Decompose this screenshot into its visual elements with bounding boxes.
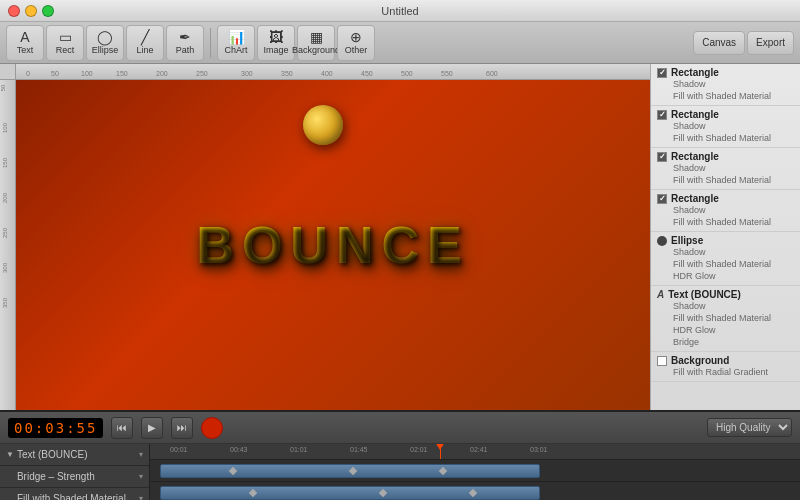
quality-select[interactable]: High Quality bbox=[707, 418, 792, 437]
background-label: Background bbox=[671, 355, 729, 366]
text-bounce-label: Text (BOUNCE) bbox=[668, 289, 741, 300]
playhead-triangle bbox=[435, 444, 445, 450]
video-canvas: BOUNCE bbox=[16, 80, 650, 410]
tool-image[interactable]: 🖼 Image bbox=[257, 25, 295, 61]
tool-ellipse-label: Ellipse bbox=[92, 45, 119, 55]
toolbar-right: Canvas Export bbox=[693, 31, 794, 55]
tool-line[interactable]: ╱ Line bbox=[126, 25, 164, 61]
timeline-tracks: ▼ Text (BOUNCE) ▾ ▼ Bridge – Strength ▾ … bbox=[0, 444, 800, 500]
rectangle-2-checkbox[interactable]: ✓ bbox=[657, 110, 667, 120]
rectangle-1-checkbox[interactable]: ✓ bbox=[657, 68, 667, 78]
fast-forward-button[interactable]: ⏭ bbox=[171, 417, 193, 439]
rect-icon: ▭ bbox=[59, 30, 72, 44]
timeline-area: 00:03:55 ⏮ ▶ ⏭ High Quality ▼ Text (BOUN… bbox=[0, 410, 800, 500]
rectangle-4-checkbox[interactable]: ✓ bbox=[657, 194, 667, 204]
window-controls[interactable] bbox=[8, 5, 54, 17]
canvas-area[interactable]: 0 50 100 150 200 250 300 350 400 450 500… bbox=[0, 64, 650, 410]
track-labels: ▼ Text (BOUNCE) ▾ ▼ Bridge – Strength ▾ … bbox=[0, 444, 150, 500]
track-label-2[interactable]: ▼ Fill with Shaded Material – Rotation ▾ bbox=[0, 488, 149, 500]
text-bounce-bridge: Bridge bbox=[657, 336, 794, 348]
toolbar-separator bbox=[210, 28, 211, 58]
bounce-text: BOUNCE bbox=[196, 215, 469, 275]
tool-rect[interactable]: ▭ Rect bbox=[46, 25, 84, 61]
timeline-row-1 bbox=[150, 482, 800, 500]
ruler-corner bbox=[0, 64, 16, 80]
panel-ellipse[interactable]: Ellipse Shadow Fill with Shaded Material… bbox=[651, 232, 800, 286]
rectangle-3-label: Rectangle bbox=[671, 151, 719, 162]
text-icon: A bbox=[20, 30, 29, 44]
tool-text[interactable]: A Text bbox=[6, 25, 44, 61]
track-label-1[interactable]: ▼ Bridge – Strength ▾ bbox=[0, 466, 149, 488]
rectangle-2-shadow: Shadow bbox=[657, 120, 794, 132]
tool-rect-label: Rect bbox=[56, 45, 75, 55]
text-bounce-shadow: Shadow bbox=[657, 300, 794, 312]
timeline-ruler: 00:01 00:43 01:01 01:45 02:01 02:41 03:0… bbox=[150, 444, 800, 460]
chart-icon: 📊 bbox=[228, 30, 245, 44]
export-button[interactable]: Export bbox=[747, 31, 794, 55]
track-name-0: Text (BOUNCE) bbox=[17, 449, 136, 460]
timeline-row-0 bbox=[150, 460, 800, 482]
canvas-button[interactable]: Canvas bbox=[693, 31, 745, 55]
timeline-bar-1 bbox=[160, 486, 540, 500]
rectangle-1-label: Rectangle bbox=[671, 67, 719, 78]
playhead[interactable] bbox=[440, 444, 441, 459]
ellipse-fill: Fill with Shaded Material bbox=[657, 258, 794, 270]
track-dd-2: ▾ bbox=[139, 494, 143, 500]
tool-ellipse[interactable]: ◯ Ellipse bbox=[86, 25, 124, 61]
main-area: 0 50 100 150 200 250 300 350 400 450 500… bbox=[0, 64, 800, 410]
rectangle-4-fill: Fill with Shaded Material bbox=[657, 216, 794, 228]
ruler-left: 50 100 150 200 250 300 350 bbox=[0, 80, 16, 410]
ellipse-hdr: HDR Glow bbox=[657, 270, 794, 282]
rectangle-4-label: Rectangle bbox=[671, 193, 719, 204]
rectangle-3-shadow: Shadow bbox=[657, 162, 794, 174]
tool-chart[interactable]: 📊 ChArt bbox=[217, 25, 255, 61]
panel-rectangle-4[interactable]: ✓ Rectangle Shadow Fill with Shaded Mate… bbox=[651, 190, 800, 232]
background-checkbox[interactable] bbox=[657, 356, 667, 366]
background-fill: Fill with Radial Gradient bbox=[657, 366, 794, 378]
ellipse-label: Ellipse bbox=[671, 235, 703, 246]
minimize-button[interactable] bbox=[25, 5, 37, 17]
panel-background[interactable]: Background Fill with Radial Gradient bbox=[651, 352, 800, 382]
toolbar: A Text ▭ Rect ◯ Ellipse ╱ Line ✒ Path 📊 … bbox=[0, 22, 800, 64]
rectangle-2-fill: Fill with Shaded Material bbox=[657, 132, 794, 144]
tool-path[interactable]: ✒ Path bbox=[166, 25, 204, 61]
rectangle-1-fill: Fill with Shaded Material bbox=[657, 90, 794, 102]
play-button[interactable]: ▶ bbox=[141, 417, 163, 439]
panel-rectangle-1[interactable]: ✓ Rectangle Shadow Fill with Shaded Mate… bbox=[651, 64, 800, 106]
ruler-top: 0 50 100 150 200 250 300 350 400 450 500… bbox=[16, 64, 650, 80]
line-icon: ╱ bbox=[141, 30, 149, 44]
text-marker-icon: A bbox=[657, 289, 664, 300]
title-bar: Untitled bbox=[0, 0, 800, 22]
track-dd-1: ▾ bbox=[139, 472, 143, 481]
close-button[interactable] bbox=[8, 5, 20, 17]
canvas-wrapper[interactable]: BOUNCE bbox=[16, 80, 650, 410]
ellipse-icon: ◯ bbox=[97, 30, 113, 44]
tool-background[interactable]: ▦ Background bbox=[297, 25, 335, 61]
ellipse-circle-icon bbox=[657, 236, 667, 246]
text-bounce-fill: Fill with Shaded Material bbox=[657, 312, 794, 324]
track-name-1: Bridge – Strength bbox=[17, 471, 136, 482]
track-timeline[interactable]: 00:01 00:43 01:01 01:45 02:01 02:41 03:0… bbox=[150, 444, 800, 500]
track-label-0[interactable]: ▼ Text (BOUNCE) ▾ bbox=[0, 444, 149, 466]
tool-other-label: Other bbox=[345, 45, 368, 55]
tool-other[interactable]: ⊕ Other bbox=[337, 25, 375, 61]
image-icon: 🖼 bbox=[269, 30, 283, 44]
rewind-button[interactable]: ⏮ bbox=[111, 417, 133, 439]
tool-background-label: Background bbox=[292, 45, 340, 55]
tool-line-label: Line bbox=[136, 45, 153, 55]
panel-text-bounce[interactable]: A Text (BOUNCE) Shadow Fill with Shaded … bbox=[651, 286, 800, 352]
timeline-controls: 00:03:55 ⏮ ▶ ⏭ High Quality bbox=[0, 412, 800, 444]
tool-image-label: Image bbox=[263, 45, 288, 55]
tool-text-label: Text bbox=[17, 45, 34, 55]
track-name-2: Fill with Shaded Material – Rotation bbox=[17, 493, 136, 500]
rectangle-3-checkbox[interactable]: ✓ bbox=[657, 152, 667, 162]
panel-rectangle-3[interactable]: ✓ Rectangle Shadow Fill with Shaded Mate… bbox=[651, 148, 800, 190]
timeline-content bbox=[150, 460, 800, 500]
maximize-button[interactable] bbox=[42, 5, 54, 17]
panel-rectangle-2[interactable]: ✓ Rectangle Shadow Fill with Shaded Mate… bbox=[651, 106, 800, 148]
track-dd-0: ▾ bbox=[139, 450, 143, 459]
record-button[interactable] bbox=[201, 417, 223, 439]
text-bounce-hdr: HDR Glow bbox=[657, 324, 794, 336]
timecode-display: 00:03:55 bbox=[8, 418, 103, 438]
path-icon: ✒ bbox=[179, 30, 191, 44]
